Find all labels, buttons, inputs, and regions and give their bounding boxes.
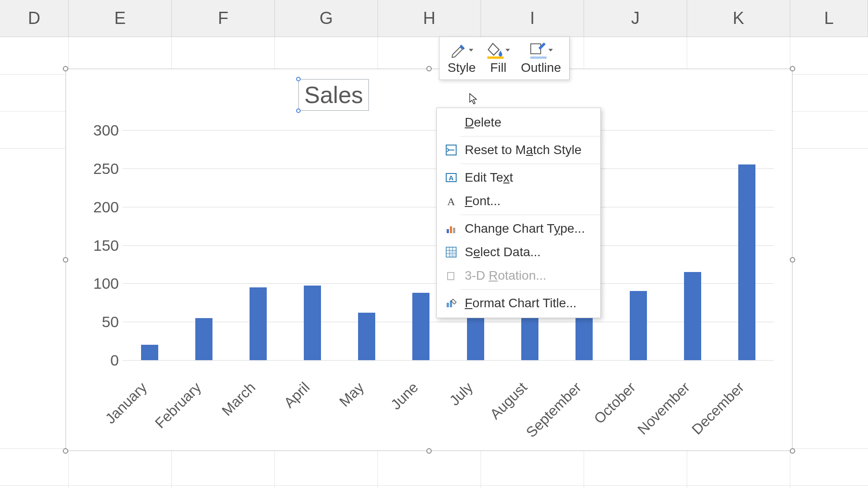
menu-separator [460, 215, 600, 215]
mini-toolbar: Style Fill Outline [439, 37, 570, 80]
svg-rect-1 [531, 44, 541, 54]
format-icon [443, 296, 459, 310]
menu-delete[interactable]: Delete [437, 111, 600, 134]
y-tick-label: 250 [93, 160, 119, 177]
fill-icon [486, 42, 505, 59]
blank-icon [443, 116, 459, 129]
y-tick-label: 200 [93, 198, 119, 216]
chart-handle-mr[interactable] [790, 257, 795, 263]
chart-handle-bm[interactable] [426, 448, 432, 454]
y-tick-label: 300 [93, 122, 119, 139]
menu-format-chart-title[interactable]: Format Chart Title... [437, 291, 600, 315]
column-header-j[interactable]: J [584, 0, 687, 37]
chart-handle-br[interactable] [790, 448, 795, 454]
svg-rect-9 [453, 228, 455, 233]
bar[interactable] [738, 164, 755, 360]
bar[interactable] [195, 318, 212, 360]
chart-handle-bl[interactable] [63, 448, 68, 454]
edit-text-icon: A [443, 171, 459, 184]
menu-select-data[interactable]: Select Data... [437, 240, 600, 264]
svg-rect-16 [448, 272, 454, 280]
style-icon [450, 42, 468, 59]
bar[interactable] [412, 293, 429, 360]
chart-handle-tm[interactable] [426, 66, 432, 71]
svg-rect-0 [487, 56, 504, 59]
column-header-h[interactable]: H [378, 0, 481, 37]
column-header-f[interactable]: F [172, 0, 275, 37]
rotation-icon [443, 269, 459, 282]
menu-font[interactable]: A Font... [437, 189, 600, 213]
menu-edit-text[interactable]: A Edit Text [437, 166, 600, 189]
chart-title-text: Sales [304, 81, 363, 108]
title-handle-tl[interactable] [296, 77, 301, 81]
chart-type-icon [443, 222, 459, 235]
column-header-d[interactable]: D [0, 0, 69, 37]
svg-rect-15 [450, 251, 456, 257]
chart-handle-ml[interactable] [63, 257, 68, 263]
menu-3d-rotation: 3-D Rotation... [437, 264, 600, 287]
svg-text:A: A [449, 174, 454, 182]
bar[interactable] [630, 291, 647, 360]
chart-handle-tr[interactable] [790, 66, 795, 71]
chart-handle-tl[interactable] [63, 66, 68, 71]
svg-rect-17 [447, 303, 449, 307]
y-tick-label: 50 [102, 313, 119, 331]
menu-separator [460, 136, 600, 136]
font-icon: A [443, 194, 459, 208]
bar[interactable] [358, 313, 375, 360]
style-label: Style [448, 61, 476, 75]
context-menu: Delete Reset to Match Style A Edit Text … [436, 108, 601, 318]
reset-icon [443, 143, 459, 157]
bar[interactable] [250, 287, 267, 360]
plot-area[interactable]: 050100150200250300 [82, 130, 774, 360]
y-tick-label: 0 [110, 352, 119, 369]
outline-icon [529, 42, 547, 59]
menu-separator [460, 164, 600, 164]
column-header-e[interactable]: E [69, 0, 172, 37]
chevron-down-icon [548, 49, 553, 52]
chevron-down-icon [469, 49, 473, 52]
svg-rect-7 [447, 229, 449, 233]
y-axis[interactable]: 050100150200250300 [82, 130, 123, 360]
outline-label: Outline [521, 61, 561, 75]
column-header-g[interactable]: G [275, 0, 378, 37]
y-tick-label: 150 [93, 236, 119, 254]
bar[interactable] [141, 345, 158, 360]
style-button[interactable]: Style [443, 40, 480, 77]
column-headers: D E F G H I J K L [0, 0, 868, 37]
menu-reset-style[interactable]: Reset to Match Style [437, 138, 600, 162]
bar[interactable] [304, 286, 321, 360]
menu-change-chart-type[interactable]: Change Chart Type... [437, 217, 600, 240]
fill-button[interactable]: Fill [482, 40, 514, 77]
gridline [123, 360, 774, 361]
chart-title[interactable]: Sales [298, 79, 369, 111]
column-header-i[interactable]: I [481, 0, 584, 37]
column-header-l[interactable]: L [790, 0, 868, 37]
select-data-icon [443, 245, 459, 259]
menu-separator [460, 289, 600, 290]
chart-object[interactable]: Sales 050100150200250300 JanuaryFebruary… [66, 69, 793, 451]
bar[interactable] [684, 272, 701, 360]
x-axis-labels[interactable]: JanuaryFebruaryMarchAprilMayJuneJulyAugu… [123, 365, 774, 446]
fill-label: Fill [490, 61, 506, 75]
chevron-down-icon [505, 49, 510, 52]
title-handle-bl[interactable] [296, 108, 301, 113]
svg-rect-8 [450, 226, 452, 233]
outline-button[interactable]: Outline [516, 40, 566, 77]
column-header-k[interactable]: K [687, 0, 790, 37]
svg-text:A: A [447, 196, 455, 207]
y-tick-label: 100 [93, 275, 119, 292]
svg-rect-2 [530, 56, 547, 59]
